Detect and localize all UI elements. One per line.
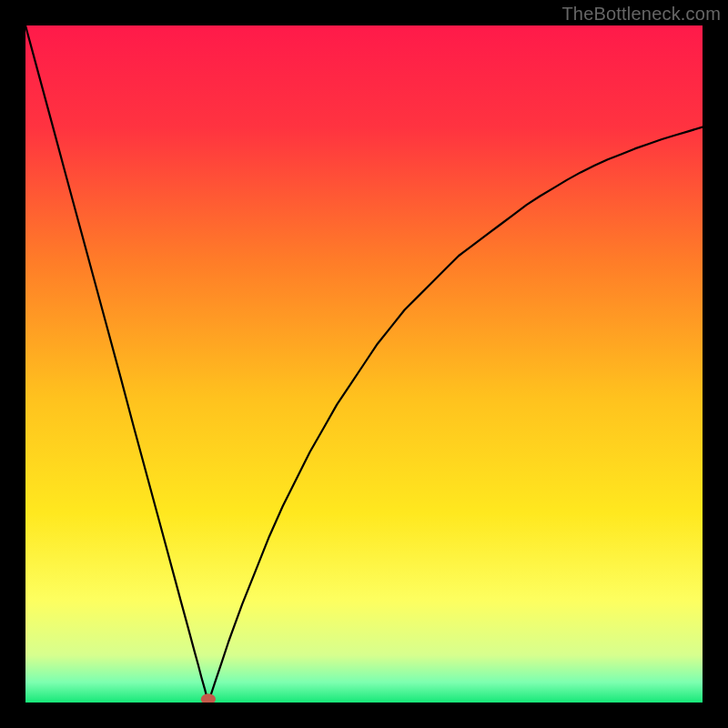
watermark-text: TheBottleneck.com xyxy=(561,4,721,25)
chart-frame xyxy=(25,25,703,703)
bottleneck-chart xyxy=(25,25,703,703)
